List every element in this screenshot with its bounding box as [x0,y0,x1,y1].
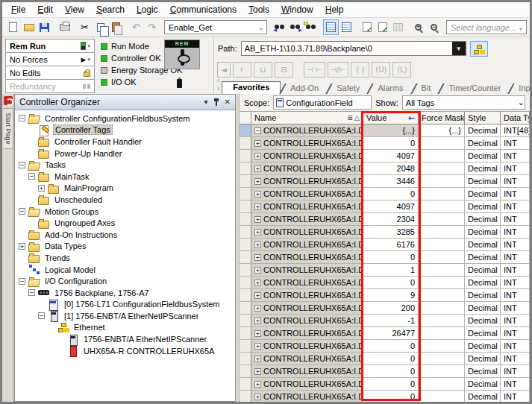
open-file-button[interactable] [21,19,37,35]
cell-force-mask[interactable] [419,239,465,250]
cell-name[interactable]: +CONTROLLERUHX65A:I.Dat... [251,353,363,364]
tree-item-data-types[interactable]: +Data Types [19,241,235,253]
tag-monitor-button[interactable] [323,19,339,35]
cell-style[interactable]: Decimal [465,162,501,174]
redundancy-status-box[interactable]: Redundancy ▾ [5,79,95,93]
ladder-element-button-2[interactable]: ⊟ [275,62,293,78]
column-pin-arrow-icon[interactable]: ← [408,113,415,123]
row-selector-cell[interactable] [240,188,251,200]
cell-data-type[interactable]: INT [501,340,530,352]
collapse-icon[interactable]: − [28,289,35,296]
collapse-icon[interactable]: − [38,312,45,319]
cell-data-type[interactable]: INT [501,188,530,200]
expand-icon[interactable]: + [254,178,261,185]
cell-data-type[interactable]: INT [501,378,530,390]
cell-force-mask[interactable] [419,226,465,238]
row-selector-cell[interactable] [240,162,251,174]
cell-name[interactable]: +CONTROLLERUHX65A:I.Dat... [251,315,363,326]
tree-item-logical-model[interactable]: Logical Model [19,264,235,276]
cell-value[interactable]: 4097 [363,150,419,162]
cell-value[interactable]: 2048 [363,162,419,174]
zoom-out-button[interactable]: − [426,19,442,35]
collapse-icon[interactable]: − [254,127,261,134]
tab-add-on[interactable]: Add-On [281,83,327,94]
cell-value[interactable]: 2304 [363,213,419,225]
collapse-icon[interactable]: − [19,115,25,121]
cell-value[interactable]: 0 [363,378,419,390]
tree-item-unscheduled[interactable]: Unscheduled [19,194,235,206]
row-selector-cell[interactable] [240,289,251,301]
cell-data-type[interactable]: INT [501,162,530,174]
expand-icon[interactable]: + [254,381,261,388]
cell-style[interactable]: Decimal [465,137,501,149]
table-row[interactable]: +CONTROLLERUHX65A:I.Dat...4097DecimalINT [240,150,530,162]
tree-item-motion-groups[interactable]: −Motion Groups [19,206,235,218]
cell-data-type[interactable]: INT [501,264,530,276]
cell-value[interactable]: 26477 [363,327,419,339]
tree-item-tasks[interactable]: −Tasks [19,159,235,171]
row-selector-cell[interactable] [240,137,251,149]
expand-icon[interactable]: + [254,203,261,210]
instruction-scroll-left-button[interactable]: ◄ [217,62,231,78]
expand-icon[interactable]: + [254,343,261,350]
cell-style[interactable]: Decimal [465,150,501,162]
cell-force-mask[interactable] [419,315,465,326]
row-selector-cell[interactable] [240,264,251,276]
cell-force-mask[interactable] [419,264,465,276]
tab-bit[interactable]: Bit [412,83,439,94]
cell-name[interactable]: +CONTROLLERUHX65A:I.Dat... [251,302,363,314]
grid-button[interactable] [390,19,406,35]
expand-icon[interactable]: + [254,280,261,286]
cell-style[interactable]: Decimal [465,175,501,187]
row-selector-cell[interactable] [240,302,251,314]
cell-name[interactable]: +CONTROLLERUHX65A:I.Dat... [251,251,363,263]
expand-icon[interactable]: + [254,140,261,147]
row-selector-cell[interactable] [240,239,251,250]
copy-button[interactable] [93,19,108,35]
column-header-force-mask[interactable]: Force Mask← [419,112,465,124]
table-row[interactable]: −CONTROLLERUHX65A:I.Data{...}{...}Decima… [240,124,530,137]
cell-name[interactable]: +CONTROLLERUHX65A:I.Dat... [251,213,363,225]
cell-value[interactable]: 6176 [363,239,419,250]
expand-icon[interactable]: + [254,229,261,236]
tree-item-i-o-configuration[interactable]: −I/O Configuration [19,275,235,287]
table-row[interactable]: +CONTROLLERUHX65A:I.Dat...2048DecimalINT [240,162,530,175]
instruction-combo[interactable]: Enable_Get ⌄ [164,20,267,34]
tag-editor-button[interactable] [339,19,354,35]
expand-icon[interactable]: + [254,242,261,248]
browse-tags-button[interactable] [303,19,319,35]
cell-force-mask[interactable] [419,277,465,288]
cell-value[interactable]: 0 [363,277,419,288]
show-combo[interactable]: All Tags ⌄ [402,95,525,110]
ladder-element-button-5[interactable]: ( ) [351,62,369,78]
tree-item-ungrouped-axes[interactable]: Ungrouped Axes [19,217,235,229]
tab-input-output[interactable]: Input/Output [509,83,532,94]
path-combo[interactable]: AB_ETH-1\10.3.71.89\Backplane\0 ▼ [241,41,466,56]
cell-style[interactable]: Decimal [465,353,501,364]
cell-style[interactable]: Decimal [465,201,501,212]
table-row[interactable]: +CONTROLLERUHX65A:I.Dat...200DecimalINT [240,302,530,315]
cell-name[interactable]: +CONTROLLERUHX65A:I.Dat... [251,340,363,352]
row-selector-cell[interactable] [240,327,251,339]
expand-icon[interactable]: + [254,254,261,261]
collapse-icon[interactable]: − [19,162,25,168]
cell-style[interactable]: Decimal [465,188,501,200]
collapse-icon[interactable]: − [28,173,35,180]
cell-data-type[interactable]: INT [501,213,530,225]
cell-data-type[interactable]: INT [501,391,530,402]
close-icon[interactable]: ✕ [225,98,231,106]
tree-item-1756-backplane-1756-a7[interactable]: −1756 Backplane, 1756-A7 [19,287,235,299]
expand-icon[interactable]: + [254,394,261,400]
row-selector-cell[interactable] [240,315,251,326]
chevron-down-icon[interactable]: ⌄ [516,24,526,31]
table-row[interactable]: +CONTROLLERUHX65A:I.Dat...0DecimalINT [240,365,530,378]
cell-force-mask[interactable] [419,340,465,352]
ladder-element-button-4[interactable]: ⊣/⊢ [328,62,349,78]
row-selector-cell[interactable] [240,201,251,212]
cell-name[interactable]: +CONTROLLERUHX65A:I.Dat... [251,201,363,212]
cell-style[interactable]: Decimal [465,302,501,314]
ladder-element-button-6[interactable]: (U) [372,62,390,78]
expand-icon[interactable]: + [254,356,261,362]
tree-item-controller-configurationfieldbussystem[interactable]: −Controller ConfigurationFieldbusSystem [19,113,235,124]
cell-force-mask[interactable] [419,137,465,149]
